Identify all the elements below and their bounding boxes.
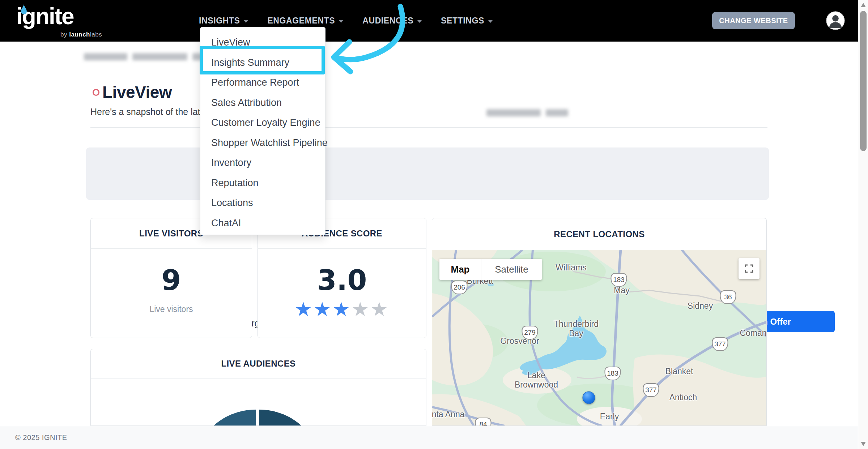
- nav-item-audiences[interactable]: AUDIENCES: [362, 16, 422, 26]
- map-type-control: Map Satellite: [439, 259, 542, 280]
- caret-down-icon: [488, 20, 493, 23]
- recent-locations-title: RECENT LOCATIONS: [432, 218, 766, 250]
- satellite-view-button[interactable]: Satellite: [481, 259, 542, 280]
- scroll-up-arrow-icon[interactable]: [861, 3, 866, 7]
- audience-score-value: 3.0: [258, 264, 426, 296]
- divider: [90, 127, 767, 128]
- caret-down-icon: [243, 20, 248, 23]
- star-icon: ★: [294, 298, 313, 320]
- nav-item-engagements[interactable]: ENGAGEMENTS: [267, 16, 344, 26]
- map-view-button[interactable]: Map: [439, 259, 481, 280]
- top-nav: ignite by launchlabs INSIGHTS ENGAGEMENT…: [0, 0, 858, 42]
- star-icon: ★: [332, 298, 351, 320]
- logo-byline: by launchlabs: [60, 31, 102, 38]
- insights-dropdown: LiveViewInsights SummaryPerformance Repo…: [200, 27, 326, 235]
- menu-item-inventory[interactable]: Inventory: [200, 153, 325, 173]
- menu-item-reputation[interactable]: Reputation: [200, 173, 325, 193]
- star-icon: ★: [314, 298, 332, 320]
- nav-item-settings[interactable]: SETTINGS: [441, 16, 493, 26]
- live-audiences-title: LIVE AUDIENCES: [91, 349, 426, 379]
- star-icon: ★: [352, 298, 370, 320]
- live-visitors-label: Live visitors: [91, 304, 252, 314]
- visitor-location-marker[interactable]: [583, 392, 595, 404]
- menu-item-liveview[interactable]: LiveView: [200, 33, 325, 53]
- caret-down-icon: [339, 20, 344, 23]
- menu-item-insights-summary[interactable]: Insights Summary: [200, 53, 325, 73]
- copyright-text: © 2025 IGNITE: [15, 433, 67, 442]
- live-visitors-value: 9: [91, 264, 252, 296]
- star-icon: ★: [370, 298, 389, 320]
- audience-score-card: AUDIENCE SCORE 3.0 ★★★★★: [258, 218, 426, 338]
- change-website-button[interactable]: CHANGE WEBSITE: [712, 12, 795, 29]
- scroll-down-arrow-icon[interactable]: [861, 442, 866, 446]
- ignite-logo[interactable]: ignite by launchlabs: [16, 2, 103, 40]
- page-footer: © 2025 IGNITE: [0, 426, 858, 449]
- insights-dropdown-items: LiveViewInsights SummaryPerformance Repo…: [200, 33, 325, 233]
- menu-item-performance-report[interactable]: Performance Report: [200, 73, 325, 93]
- fullscreen-icon: [744, 264, 754, 273]
- scrollbar-thumb[interactable]: [860, 11, 867, 151]
- redacted-text: [84, 53, 209, 60]
- menu-item-locations[interactable]: Locations: [200, 193, 325, 213]
- recent-locations-card: RECENT LOCATIONS: [432, 218, 767, 426]
- flame-icon: [20, 4, 28, 17]
- star-rating: ★★★★★: [258, 298, 426, 321]
- menu-item-chatai[interactable]: ChatAI: [200, 213, 325, 234]
- live-audiences-card: LIVE AUDIENCES: [90, 349, 426, 426]
- scrollbar[interactable]: [858, 0, 868, 449]
- page-title: LiveView: [102, 82, 172, 102]
- redacted-text: [486, 109, 568, 116]
- map-canvas[interactable]: WilliamsBurkettMaySidneyThunderbird BayG…: [432, 250, 766, 426]
- page-subtitle: Here's a snapshot of the late: [90, 107, 205, 117]
- live-visitors-card: LIVE VISITORS 9 Live visitors: [90, 218, 252, 338]
- offer-banner: Build a targeted offe Build an Offer: [86, 147, 769, 200]
- app-screen: ignite by launchlabs INSIGHTS ENGAGEMENT…: [0, 0, 868, 449]
- user-avatar[interactable]: [826, 11, 845, 30]
- menu-item-shopper-watchlist-pipeline[interactable]: Shopper Watchlist Pipeline: [200, 133, 325, 153]
- menu-item-customer-loyalty-engine[interactable]: Customer Loyalty Engine: [200, 113, 325, 133]
- audiences-pie-chart: [91, 379, 426, 426]
- live-indicator-icon: [93, 89, 99, 96]
- fullscreen-button[interactable]: [739, 258, 760, 279]
- menu-item-sales-attribution[interactable]: Sales Attribution: [200, 93, 325, 113]
- nav-item-insights[interactable]: INSIGHTS: [199, 16, 248, 26]
- caret-down-icon: [417, 20, 422, 23]
